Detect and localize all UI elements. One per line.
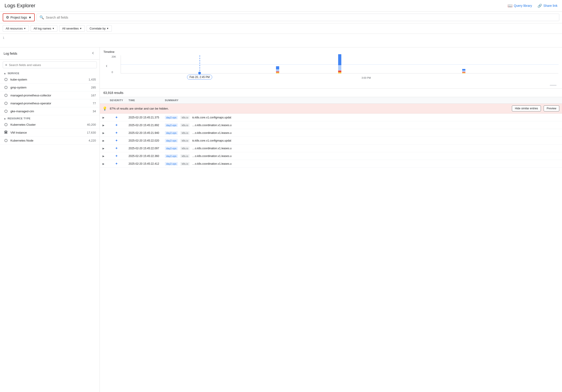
chart-bar [309,54,370,73]
severity-cell: ✦ [107,129,126,137]
resource-icon: 🏛 [4,130,8,135]
query-input[interactable] [9,36,559,45]
resource-type-section-label: RESOURCE TYPE [8,117,30,120]
field-count: 40,200 [87,123,96,126]
day2ops-tag[interactable]: day2-ops [165,131,178,135]
k8s-tag[interactable]: k8s.io [180,147,190,150]
share-link[interactable]: 🔗 Share link [538,4,557,8]
time-cell: 2025-02-20 15:45:22.097 [126,144,162,152]
service-item[interactable]: ⬡ gke-managed-cim 34 [0,107,100,115]
severity-star-icon: ✦ [115,154,118,158]
chevron-up-icon2: ▲ [4,117,6,120]
resource-items: ⬡ Kubernetes Cluster 40,200 🏛 VM Instanc… [0,121,100,144]
service-item[interactable]: ⬡ kube-system 1,435 [0,76,100,83]
table-header-row: SEVERITY TIME SUMMARY [100,97,562,104]
app-header: Logs Explorer 📖 Query library 🔗 Share li… [0,0,562,12]
dropdown-icon: ▼ [52,27,54,30]
timeline-tooltip: Feb 20, 2:45 PM [187,75,212,80]
service-section-label: SERVICE [8,72,19,75]
similarity-banner-row: 💡 87% of results are similar and can be … [100,104,562,114]
service-items: ⬡ kube-system 1,435 ⬡ gmp-system 285 ⬡ m… [0,76,100,115]
table-row[interactable]: ▶ ✦ 2025-02-20 15:45:21.940 day2-ops k8s… [100,129,562,137]
dropdown-icon: ▼ [106,27,109,30]
expand-arrow[interactable]: ▶ [100,114,107,121]
fields-search-bar: ≡ [3,61,97,68]
y-label-min: 0 [112,71,116,73]
table-row[interactable]: ▶ ✦ 2025-02-20 15:45:22.412 day2-ops k8s… [100,160,562,168]
similarity-banner: 💡 87% of results are similar and can be … [100,104,562,113]
search-bar: 🔍 [36,14,559,21]
severity-header: SEVERITY [107,97,126,104]
table-row[interactable]: ▶ ✦ 2025-02-20 15:45:22.097 day2-ops k8s… [100,144,562,152]
resource-item[interactable]: ⬡ Kubernetes Cluster 40,200 [0,121,100,129]
results-table: SEVERITY TIME SUMMARY 💡 87% of results a… [100,97,562,168]
time-cell: 2025-02-20 15:45:22.360 [126,152,162,160]
day2ops-tag[interactable]: day2-ops [165,147,178,150]
k8s-tag[interactable]: k8s.io [180,162,190,166]
summary-header: SUMMARY [162,97,562,104]
cube-icon: ⬡ [4,109,8,113]
chart-bar [247,66,308,73]
query-library-link[interactable]: 📖 Query library [508,3,532,8]
k8s-tag[interactable]: k8s.io [180,116,190,119]
collapse-panel-button[interactable] [90,50,96,57]
resource-item[interactable]: ⬡ Kubernetes Node 4,220 [0,137,100,144]
service-item[interactable]: ⬡ managed-prometheus-collector 167 [0,91,100,99]
table-row[interactable]: ▶ ✦ 2025-02-20 15:45:21.375 day2-ops k8s… [100,114,562,121]
field-count: 17,630 [87,131,96,134]
all-resources-button[interactable]: All resources ▼ [3,25,29,32]
all-log-names-label: All log names [34,27,51,30]
chart-bar [433,69,494,73]
service-section-header[interactable]: ▲ SERVICE [0,70,100,76]
cube-icon: ⬡ [4,77,8,82]
severity-star-icon: ✦ [115,123,118,127]
time-header: TIME [126,97,162,104]
day2ops-tag[interactable]: day2-ops [165,162,178,166]
resource-icon: ⬡ [4,122,8,127]
search-input[interactable] [46,16,556,19]
timeline-dot [198,72,201,74]
k8s-tag[interactable]: k8s.io [180,139,190,143]
day2ops-tag[interactable]: day2-ops [165,139,178,143]
line-number: 1 [3,36,7,39]
day2ops-tag[interactable]: day2-ops [165,123,178,127]
k8s-tag[interactable]: k8s.io [180,154,190,158]
expand-arrow[interactable]: ▶ [100,121,107,129]
resource-item[interactable]: 🏛 VM Instance 17,630 [0,129,100,137]
day2ops-tag[interactable]: day2-ops [165,154,178,158]
table-row[interactable]: ▶ ✦ 2025-02-20 15:45:22.360 day2-ops k8s… [100,152,562,160]
all-severities-button[interactable]: All severities ▼ [59,25,85,32]
preview-button[interactable]: Preview [544,106,559,111]
time-cell: 2025-02-20 15:45:21.940 [126,129,162,137]
dropdown-icon: ▼ [80,27,82,30]
project-logs-label: Project logs [11,16,27,19]
expand-arrow[interactable]: ▶ [100,152,107,160]
k8s-tag[interactable]: k8s.io [180,131,190,135]
table-row[interactable]: ▶ ✦ 2025-02-20 15:45:21.892 day2-ops k8s… [100,121,562,129]
table-row[interactable]: ▶ ✦ 2025-02-20 15:45:22.020 day2-ops k8s… [100,137,562,144]
results-body: ▶ ✦ 2025-02-20 15:45:21.375 day2-ops k8s… [100,114,562,168]
service-item[interactable]: ⬡ gmp-system 285 [0,83,100,91]
expand-arrow[interactable]: ▶ [100,129,107,137]
severity-cell: ✦ [107,144,126,152]
service-item[interactable]: ⬡ managed-prometheus-operator 77 [0,99,100,107]
severity-cell: ✦ [107,160,126,168]
resize-handle[interactable] [104,85,558,86]
time-cell: 2025-02-20 15:45:22.020 [126,137,162,144]
project-logs-button[interactable]: ⚙ Project logs ▼ [3,13,35,21]
correlate-by-button[interactable]: Correlate by ▼ [87,25,112,32]
time-cell: 2025-02-20 15:45:21.375 [126,114,162,121]
fields-search-input[interactable] [9,63,94,67]
resource-type-section-header[interactable]: ▲ RESOURCE TYPE [0,115,100,121]
day2ops-tag[interactable]: day2-ops [165,116,178,119]
timeline-prev-button[interactable]: ‹ [104,62,110,69]
all-log-names-button[interactable]: All log names ▼ [31,25,57,32]
expand-arrow[interactable]: ▶ [100,137,107,144]
hide-similar-button[interactable]: Hide similar entries [512,106,541,111]
all-severities-label: All severities [62,27,79,30]
k8s-tag[interactable]: k8s.io [180,123,190,127]
expand-arrow[interactable]: ▶ [100,160,107,168]
cube-icon: ⬡ [4,85,8,90]
summary-cell: day2-ops k8s.io …o.k8s.coordination.v1.l… [162,121,562,129]
expand-arrow[interactable]: ▶ [100,144,107,152]
